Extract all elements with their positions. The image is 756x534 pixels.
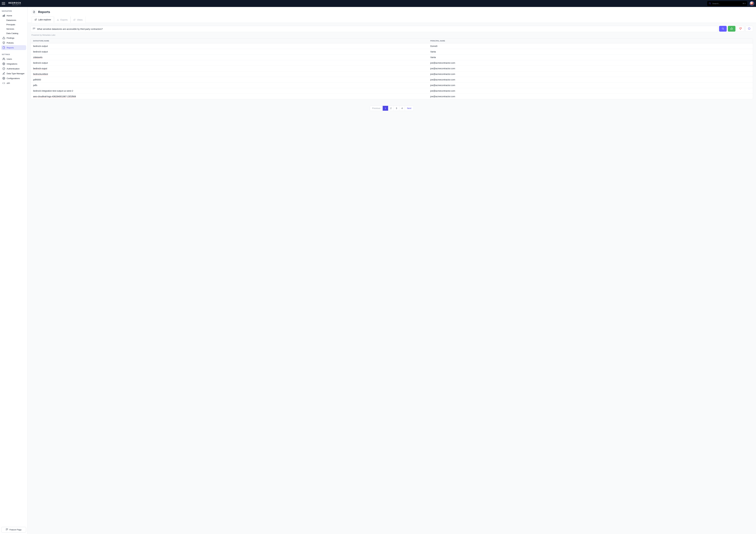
cell-datastore-name: pdfs	[31, 83, 428, 88]
thumbs-down-button[interactable]	[737, 26, 744, 32]
search-button[interactable]	[719, 26, 727, 32]
topbar: BEDROCK SECURITY ⌘ K	[0, 0, 756, 7]
feature-flags-label: Feature Flags	[9, 528, 21, 531]
tab-label: Views	[77, 18, 83, 21]
svg-point-7	[3, 58, 4, 59]
table-row[interactable]: bedrock-outputDome9	[31, 43, 753, 49]
sidebar-item-label: Home	[7, 14, 12, 17]
sidebar-item-services[interactable]: Services	[1, 27, 26, 31]
menu-toggle-button[interactable]	[2, 1, 6, 6]
search-icon	[722, 27, 724, 30]
svg-rect-4	[4, 15, 5, 16]
pager-page[interactable]: 2	[388, 106, 394, 111]
cell-principal-name: joe@acmecontractor.com	[428, 60, 753, 66]
feature-flags-button[interactable]: Feature Flags	[1, 527, 26, 532]
sidebar-item-datastores[interactable]: Datastores	[1, 18, 26, 22]
table-row[interactable]: bedrockunittestjoe@acmecontractor.com	[31, 71, 753, 77]
sidebar-item-home[interactable]: Home	[1, 13, 26, 18]
sidebar-item-findings[interactable]: Findings	[1, 36, 26, 40]
section-navigation-label: NAVIGATION	[1, 9, 26, 13]
svg-line-1	[710, 4, 711, 4]
pager-next[interactable]: Next	[405, 106, 414, 111]
search-input[interactable]	[712, 2, 741, 5]
file-icon	[2, 46, 5, 49]
cell-datastore-name: bedrock-output	[31, 49, 428, 55]
cell-datastore-name: aws-cloudtrail-logs-436284001987-23f1f90…	[31, 94, 428, 99]
gear-icon	[2, 77, 5, 80]
sidebar-item-label: Configurations	[7, 77, 20, 80]
sidebar-item-label: Data Catalog	[6, 32, 18, 35]
page-header: Reports	[28, 7, 756, 16]
pager-page[interactable]: 1	[383, 106, 388, 111]
sidebar-item-api[interactable]: API	[1, 81, 26, 86]
sidebar-item-users[interactable]: Users	[1, 57, 26, 61]
sidebar-item-configurations[interactable]: Configurations	[1, 76, 26, 81]
table-row[interactable]: aws-cloudtrail-logs-436284001987-23f1f90…	[31, 94, 753, 99]
tab-lake-explorer[interactable]: Lake explorer	[32, 16, 54, 23]
sidebar-item-label: Principals	[6, 23, 15, 26]
cell-datastore-name: bedrock-output	[31, 60, 428, 66]
thumbs-up-button[interactable]	[728, 26, 736, 32]
sidebar-item-principals[interactable]: Principals	[1, 22, 26, 27]
page-title: Reports	[38, 10, 50, 14]
section-settings-label: SETTINGS	[1, 53, 26, 57]
cell-datastore-name: pdf4000	[31, 77, 428, 83]
sidebar-item-policies[interactable]: Policies	[1, 40, 26, 45]
table-row[interactable]: zdatasetsVanta	[31, 55, 753, 60]
svg-line-16	[74, 19, 75, 20]
cell-datastore-name: bedrock-output	[31, 43, 428, 49]
external-link-icon	[73, 18, 76, 21]
pager-previous[interactable]: Previous	[370, 106, 383, 111]
sidebar-item-label: Policies	[7, 42, 14, 44]
check-circle-icon	[2, 67, 5, 70]
brand-logo: BEDROCK SECURITY	[9, 2, 21, 5]
sidebar-item-label: API	[7, 82, 10, 84]
svg-point-0	[709, 2, 711, 4]
cell-principal-name: Dome9	[428, 43, 753, 49]
tab-label: Exports	[61, 18, 68, 21]
column-datastore-name[interactable]: DATASTORE.NAME	[31, 39, 428, 43]
alert-triangle-icon	[2, 37, 5, 39]
cell-principal-name: Vanta	[428, 55, 753, 60]
sidebar-item-authentication[interactable]: Authentication	[1, 66, 26, 71]
table-row[interactable]: bedrock-integration-test-output-us-west-…	[31, 88, 753, 94]
table-row[interactable]: pdfsjoe@acmecontractor.com	[31, 83, 753, 88]
tab-exports[interactable]: Exports	[54, 16, 70, 23]
table-row[interactable]: bedrock-ouputjoe@acmecontractor.com	[31, 66, 753, 71]
download-icon	[57, 18, 59, 21]
svg-point-8	[4, 64, 4, 64]
table-row[interactable]: bedrock-outputjoe@acmecontractor.com	[31, 60, 753, 66]
sidebar-item-data-type-manager[interactable]: Data Type Manager	[1, 71, 26, 76]
cell-principal-name: joe@acmecontractor.com	[428, 83, 753, 88]
flag-icon	[6, 528, 8, 531]
sidebar-item-reports[interactable]: Reports	[1, 45, 26, 50]
pagination: Previous1234Next	[31, 106, 753, 111]
cell-datastore-name: zdatasets	[31, 55, 428, 60]
pencil-icon	[2, 72, 5, 75]
info-button[interactable]	[745, 26, 753, 32]
svg-rect-3	[4, 15, 4, 16]
cell-datastore-name: bedrock-integration-test-output-us-west-…	[31, 88, 428, 94]
table-row[interactable]: pdf4000joe@acmecontractor.com	[31, 77, 753, 83]
cell-principal-name: joe@acmecontractor.com	[428, 88, 753, 94]
sidebar-item-label: Integrations	[7, 63, 17, 65]
user-avatar[interactable]	[750, 1, 754, 6]
users-icon	[2, 58, 5, 60]
shield-icon	[2, 41, 5, 44]
pager-page[interactable]: 4	[399, 106, 405, 111]
pager-page[interactable]: 3	[394, 106, 399, 111]
tab-views[interactable]: Views	[70, 16, 85, 23]
sidebar-item-integrations[interactable]: Integrations	[1, 61, 26, 66]
column-principal-name[interactable]: PRINCIPAL.NAME	[428, 39, 753, 43]
cell-principal-name: joe@acmecontractor.com	[428, 94, 753, 99]
query-input-box[interactable]: What sensitive datastores are accessible…	[31, 26, 718, 32]
sidebar-item-label: Data Type Manager	[7, 72, 24, 75]
table-row[interactable]: bedrock-outputVanta	[31, 49, 753, 55]
global-search[interactable]: ⌘ K	[707, 1, 747, 6]
sidebar-item-label: Datastores	[6, 19, 16, 21]
sidebar-item-data-catalog[interactable]: Data Catalog	[1, 31, 26, 36]
svg-rect-2	[3, 15, 3, 16]
sidebar-item-label: Users	[7, 58, 12, 60]
tab-label: Lake explorer	[38, 18, 51, 21]
home-icon	[2, 14, 5, 17]
